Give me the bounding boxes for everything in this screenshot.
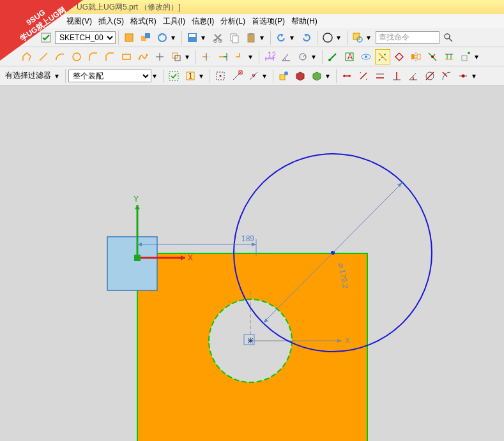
add-existing-button[interactable] xyxy=(458,49,473,64)
extend-button[interactable] xyxy=(215,49,231,64)
snap-mid-button[interactable] xyxy=(246,68,261,84)
stop-on-first-button[interactable]: 1 xyxy=(183,68,198,84)
svg-point-41 xyxy=(328,59,331,61)
svg-line-40 xyxy=(303,55,305,57)
parallel-dim-button[interactable] xyxy=(372,68,388,84)
snap-end-button[interactable] xyxy=(229,68,245,84)
dropdown-arrow-icon[interactable]: ▾ xyxy=(367,33,374,42)
menu-insert[interactable]: 插入(S) xyxy=(96,15,126,28)
dropdown-arrow-icon[interactable]: ▾ xyxy=(326,71,333,80)
copy-button[interactable] xyxy=(227,30,242,45)
svg-rect-57 xyxy=(169,71,178,80)
selection-scope-dropdown[interactable]: 整个装配 xyxy=(68,70,151,82)
command-finder-button[interactable] xyxy=(350,30,365,45)
toolbar-1: SKETCH_001 ▾ ▾ ▾ ▾ ▾ ▾ 查找命令 xyxy=(0,28,504,47)
offset-button[interactable] xyxy=(169,49,184,64)
dropdown-arrow-icon[interactable]: ▾ xyxy=(199,71,207,80)
angle-dim-button[interactable] xyxy=(279,49,294,64)
fillet-button[interactable] xyxy=(86,49,101,64)
svg-rect-87 xyxy=(134,255,141,261)
point-button[interactable] xyxy=(152,49,167,64)
dropdown-arrow-icon[interactable]: ▾ xyxy=(153,71,160,80)
spline-button[interactable] xyxy=(135,49,151,64)
auto-constraint-button[interactable]: A xyxy=(342,49,357,64)
dropdown-arrow-icon[interactable]: ▾ xyxy=(475,52,482,61)
dropdown-arrow-icon[interactable]: ▾ xyxy=(171,33,179,42)
intersect-button[interactable] xyxy=(425,49,440,64)
paste-button[interactable] xyxy=(243,30,259,45)
project-button[interactable] xyxy=(441,49,457,64)
orient-sketch-button[interactable] xyxy=(121,30,137,45)
mirror-button[interactable] xyxy=(408,49,424,64)
svg-point-6 xyxy=(158,34,166,41)
circle-tool-button[interactable] xyxy=(320,30,335,45)
line-button[interactable] xyxy=(36,49,51,64)
profile-button[interactable] xyxy=(19,49,34,64)
diameter-dim-button[interactable] xyxy=(422,68,438,84)
dropdown-arrow-icon[interactable]: ▾ xyxy=(337,33,344,42)
circle-button[interactable] xyxy=(69,49,84,64)
svg-point-61 xyxy=(220,75,222,77)
convert-ref-button[interactable] xyxy=(375,49,390,64)
command-search-input[interactable]: 查找命令 xyxy=(376,31,439,44)
svg-rect-12 xyxy=(233,36,238,43)
svg-rect-50 xyxy=(417,54,420,59)
dropdown-arrow-icon[interactable]: ▾ xyxy=(201,33,209,42)
perimeter-dim-button[interactable] xyxy=(295,49,310,64)
toolbar-3: 有选择过滤器 ▾ 整个装配 ▾ 1 ▾ ▾ ▾ ▾ xyxy=(0,66,504,86)
arc-button[interactable] xyxy=(52,49,68,64)
coincident-button[interactable] xyxy=(455,68,471,84)
menu-pref[interactable]: 首选项(P) xyxy=(249,15,287,28)
dropdown-arrow-icon[interactable]: ▾ xyxy=(472,71,480,80)
dimension-button[interactable]: 12 xyxy=(262,49,277,64)
view-shaded-button[interactable] xyxy=(293,68,308,84)
svg-rect-14 xyxy=(249,33,253,35)
search-button[interactable] xyxy=(441,30,456,45)
menu-tool[interactable]: 工具(I) xyxy=(160,15,188,28)
update-button[interactable] xyxy=(155,30,170,45)
menu-view[interactable]: 视图(V) xyxy=(64,15,95,28)
save-button[interactable] xyxy=(185,30,200,45)
radius-dim-button[interactable] xyxy=(439,68,454,84)
svg-rect-82 xyxy=(107,237,157,290)
undo-button[interactable] xyxy=(273,30,289,45)
rectangle-button[interactable] xyxy=(119,49,134,64)
trim-button[interactable] xyxy=(199,49,214,64)
reattach-button[interactable] xyxy=(138,30,153,45)
vertical-dim-button[interactable] xyxy=(356,68,371,84)
menu-help[interactable]: 帮助(H) xyxy=(289,15,320,28)
show-constraint-button[interactable] xyxy=(358,49,374,64)
view-trans-button[interactable] xyxy=(309,68,325,84)
corner-button[interactable] xyxy=(232,49,247,64)
dropdown-arrow-icon[interactable]: ▾ xyxy=(290,33,298,42)
snap-point-button[interactable] xyxy=(213,68,228,84)
svg-line-20 xyxy=(40,53,47,61)
select-all-button[interactable] xyxy=(166,68,181,84)
alt-solution-button[interactable] xyxy=(392,49,407,64)
perp-dim-button[interactable] xyxy=(389,68,404,84)
dropdown-arrow-icon[interactable]: ▾ xyxy=(312,52,319,61)
view-wcs-button[interactable] xyxy=(276,68,291,84)
modeling-viewport[interactable]: X Y X 189 ⌀ 179.2 xyxy=(0,100,504,441)
dropdown-arrow-icon[interactable]: ▾ xyxy=(55,71,63,80)
window-title: UG就上UG网5.prt （修改的）] xyxy=(77,2,181,13)
finish-sketch-button[interactable] xyxy=(38,30,54,45)
constraint-button[interactable] xyxy=(325,49,340,64)
dropdown-arrow-icon[interactable]: ▾ xyxy=(248,52,256,61)
menu-analyze[interactable]: 分析(L) xyxy=(218,15,248,28)
menu-bar: 视图(V) 插入(S) 格式(R) 工具(I) 信息(I) 分析(L) 首选项(… xyxy=(0,14,504,28)
menu-format[interactable]: 格式(R) xyxy=(128,15,159,28)
svg-point-24 xyxy=(146,54,148,56)
chamfer-button[interactable] xyxy=(102,49,118,64)
dropdown-arrow-icon[interactable]: ▾ xyxy=(185,52,193,61)
redo-button[interactable] xyxy=(299,30,314,45)
dropdown-arrow-icon[interactable]: ▾ xyxy=(260,33,268,42)
angular-dim-button[interactable] xyxy=(406,68,421,84)
svg-line-19 xyxy=(449,38,452,41)
menu-info[interactable]: 信息(I) xyxy=(189,15,217,28)
dropdown-arrow-icon[interactable]: ▾ xyxy=(263,71,270,80)
sketch-name-dropdown[interactable]: SKETCH_001 xyxy=(55,31,116,44)
svg-rect-16 xyxy=(353,33,360,40)
cut-button[interactable] xyxy=(210,30,225,45)
horizontal-dim-button[interactable] xyxy=(339,68,355,84)
